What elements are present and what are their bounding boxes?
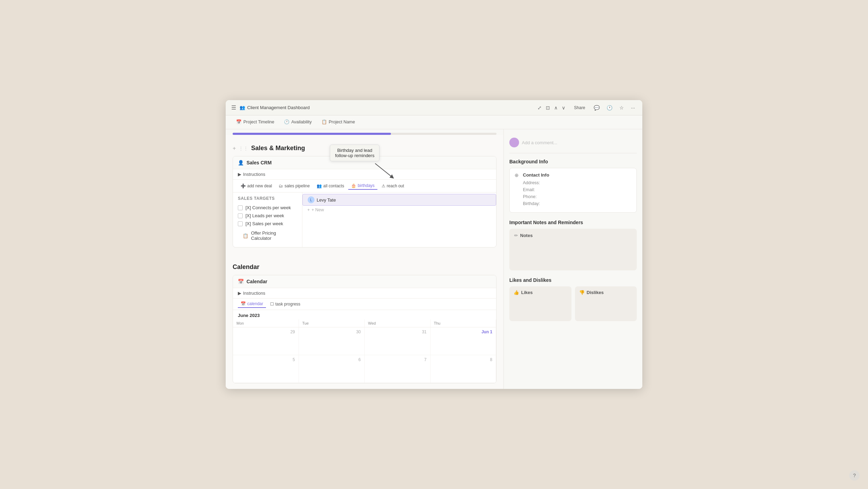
add-contact-label: + New [311, 207, 324, 212]
cal-tab-label: calendar [247, 301, 263, 306]
tab-availability[interactable]: 🕐 Availability [279, 115, 317, 129]
sales-marketing-header: + ⋮⋮ Sales & Marketing [233, 145, 496, 152]
add-section-button[interactable]: + [233, 145, 236, 152]
address-label: Address: [523, 180, 545, 185]
sales-crm-card-header: 👤 Sales CRM [233, 156, 496, 169]
calendar-day-headers: Mon Tue Wed Thu [233, 319, 496, 327]
offer-pricing-label: Offer Pricing Calculator [251, 230, 292, 241]
target-label-leads: [X] Leads per week [245, 213, 284, 218]
help-button[interactable]: ? [849, 470, 860, 481]
day-header-thu: Thu [431, 319, 496, 327]
reach-out-btn[interactable]: ⚠ reach out [379, 182, 407, 189]
notes-title-row: ✏ Notes [514, 233, 632, 238]
pipeline-label: sales pipeline [284, 184, 310, 188]
tab-project-timeline-label: Project Timeline [243, 120, 274, 124]
availability-icon: 🕐 [284, 119, 290, 124]
top-right-icons: 💬 🕐 ☆ ··· [592, 104, 637, 112]
comment-icon[interactable]: 💬 [592, 104, 601, 112]
comment-area: Add a comment... [509, 135, 637, 153]
menu-icon[interactable]: ☰ [231, 104, 236, 111]
clock-icon[interactable]: 🕐 [605, 104, 614, 112]
tab-project-timeline[interactable]: 📅 Project Timeline [231, 115, 279, 129]
notes-icon: ✏ [514, 233, 518, 238]
likes-dislikes-section: Likes and Dislikes 👍 Likes 👎 Dislikes [509, 277, 637, 321]
project-name-icon: 📋 [322, 119, 327, 124]
tab-project-name-label: Project Name [329, 120, 355, 124]
cal-cell-8[interactable]: 8 [431, 355, 496, 383]
app-title-area: 👥 Client Management Dashboard [240, 105, 310, 110]
sales-targets-panel: Sales Targets [X] Connects per week [X] … [233, 193, 302, 247]
contact-row-levy-tate[interactable]: L Levy Tate [302, 194, 496, 206]
progress-bar-container [233, 133, 496, 135]
cal-cell-7[interactable]: 7 [365, 355, 431, 383]
cal-cell-jun1[interactable]: Jun 1 [431, 327, 496, 355]
notes-section-title: Important Notes and Reminders [509, 220, 637, 225]
phone-label: Phone: [523, 194, 545, 199]
share-button[interactable]: Share [571, 104, 588, 112]
likes-icon: 👍 [514, 290, 519, 295]
target-item-leads: [X] Leads per week [238, 212, 297, 220]
calendar-instructions-row: ▶ Instructions [233, 288, 496, 299]
cal-cell-5[interactable]: 5 [233, 355, 299, 383]
nav-collapse-icon[interactable]: ⊡ [544, 104, 552, 112]
left-content: + ⋮⋮ Sales & Marketing 👤 Sales CRM ▶ Ins… [226, 129, 503, 389]
cal-cell-31[interactable]: 31 [365, 327, 431, 355]
dislikes-title: Dislikes [587, 290, 604, 295]
drag-handle[interactable]: ⋮⋮ [239, 146, 248, 151]
background-info-section: Background Info ⊕ Contact Info Address: … [509, 159, 637, 213]
star-icon[interactable]: ☆ [618, 104, 626, 112]
birthdays-btn[interactable]: 🎂 birthdays [348, 182, 377, 190]
sales-crm-toolbar: ▶ Instructions [233, 169, 496, 180]
tab-calendar[interactable]: 📅 calendar [238, 300, 266, 308]
progress-bar-fill [233, 133, 391, 135]
calendar-week2: 5 6 7 8 [233, 355, 496, 383]
likes-dislikes-container: 👍 Likes 👎 Dislikes [509, 286, 637, 321]
tab-project-name[interactable]: 📋 Project Name [317, 115, 360, 129]
add-contact-row[interactable]: + + New [302, 206, 496, 214]
target-checkbox-leads[interactable] [238, 213, 243, 218]
contacts-icon: 👥 [317, 184, 322, 188]
calendar-instructions-toggle[interactable]: ▶ Instructions [238, 291, 491, 296]
calendar-month: June 2023 [233, 310, 496, 319]
likes-card: 👍 Likes [509, 286, 571, 321]
sales-pipeline-btn[interactable]: 🗂 sales pipeline [276, 182, 312, 189]
title-bar: ☰ 👥 Client Management Dashboard ⤢ ⊡ ∧ ∨ … [226, 100, 642, 115]
target-item-sales: [X] Sales per week [238, 220, 297, 228]
add-deal-icon: ➕ [241, 184, 246, 188]
tab-task-progress[interactable]: ☐ task progress [267, 301, 303, 308]
notes-title: Notes [520, 233, 533, 238]
pipeline-icon: 🗂 [279, 184, 283, 188]
address-field: Address: [523, 180, 632, 185]
nav-expand-icon[interactable]: ⤢ [536, 104, 543, 112]
sales-crm-icon: 👤 [238, 160, 244, 165]
offer-pricing-row[interactable]: 📋 Offer Pricing Calculator [238, 228, 297, 244]
contact-info-card: ⊕ Contact Info Address: Email: Phone: [509, 168, 637, 213]
all-contacts-btn[interactable]: 👥 all contacts [314, 182, 347, 189]
project-timeline-icon: 📅 [236, 119, 242, 124]
target-item-connects: [X] Connects per week [238, 204, 297, 212]
progress-area [226, 129, 503, 135]
app-title: Client Management Dashboard [247, 105, 310, 110]
phone-field: Phone: [523, 194, 632, 199]
more-icon[interactable]: ··· [629, 104, 637, 112]
sales-crm-filter-toolbar: ➕ add new deal 🗂 sales pipeline 👥 all co… [233, 180, 496, 193]
instructions-toggle[interactable]: ▶ Instructions [238, 172, 265, 177]
date-29: 29 [236, 329, 295, 334]
cal-cell-30[interactable]: 30 [299, 327, 365, 355]
background-info-title: Background Info [509, 159, 637, 164]
dislikes-card: 👎 Dislikes [575, 286, 637, 321]
sales-crm-card: 👤 Sales CRM ▶ Instructions ➕ add new dea… [233, 156, 496, 247]
nav-down-icon[interactable]: ∨ [560, 104, 567, 112]
date-6: 6 [302, 357, 361, 362]
comment-input[interactable]: Add a comment... [522, 140, 637, 145]
tab-availability-label: Availability [291, 120, 312, 124]
add-new-deal-btn[interactable]: ➕ add new deal [238, 182, 275, 189]
calendar-section: Calendar 📅 Calendar ▶ Instructions [226, 258, 503, 389]
target-checkbox-connects[interactable] [238, 205, 243, 210]
nav-up-icon[interactable]: ∧ [552, 104, 559, 112]
comment-avatar [509, 138, 519, 147]
cal-cell-6[interactable]: 6 [299, 355, 365, 383]
cal-cell-29[interactable]: 29 [233, 327, 299, 355]
target-checkbox-sales[interactable] [238, 221, 243, 226]
birthdays-icon: 🎂 [351, 183, 356, 188]
